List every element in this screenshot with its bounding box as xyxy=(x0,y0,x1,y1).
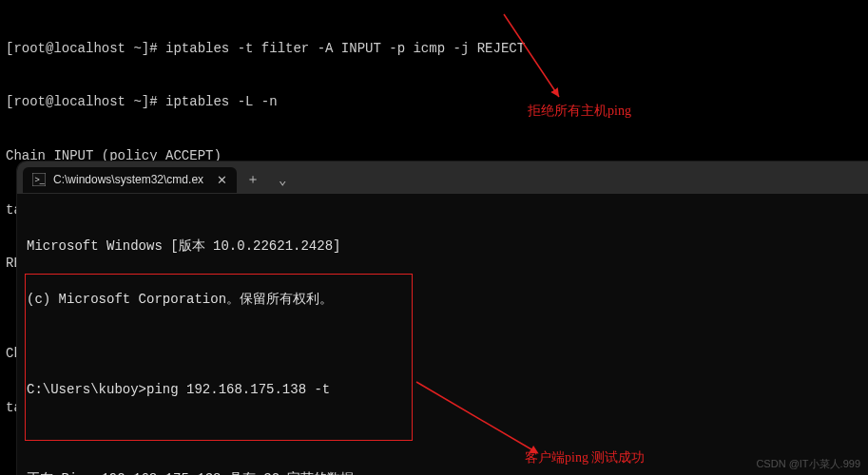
ping-title: 正在 Ping 192.168.175.138 具有 32 字节的数据: xyxy=(27,470,858,475)
new-tab-button[interactable]: ＋ xyxy=(237,167,269,192)
close-tab-button[interactable]: ✕ xyxy=(217,173,227,187)
titlebar: >_ C:\windows\system32\cmd.ex ✕ ＋ ⌄ xyxy=(17,162,868,194)
tab-dropdown-button[interactable]: ⌄ xyxy=(269,168,296,192)
cmd-header: (c) Microsoft Corporation。保留所有权利。 xyxy=(27,291,858,309)
svg-text:>_: >_ xyxy=(35,175,46,184)
cmd-window[interactable]: >_ C:\windows\system32\cmd.ex ✕ ＋ ⌄ Micr… xyxy=(17,162,868,475)
tab-title: C:\windows\system32\cmd.ex xyxy=(53,173,203,186)
watermark: CSDN @IT小菜人.999 xyxy=(756,457,860,471)
terminal-line: [root@localhost ~]# iptables -L -n xyxy=(6,93,862,111)
cmd-header: Microsoft Windows [版本 10.0.22621.2428] xyxy=(27,238,858,256)
tab-cmd[interactable]: >_ C:\windows\system32\cmd.ex ✕ xyxy=(23,167,237,193)
cmd-icon: >_ xyxy=(32,173,46,186)
terminal-line: [root@localhost ~]# iptables -t filter -… xyxy=(6,40,862,58)
cmd-output[interactable]: Microsoft Windows [版本 10.0.22621.2428] (… xyxy=(17,194,868,475)
cmd-prompt-line: C:\Users\kuboy>ping 192.168.175.138 -t xyxy=(27,381,858,399)
